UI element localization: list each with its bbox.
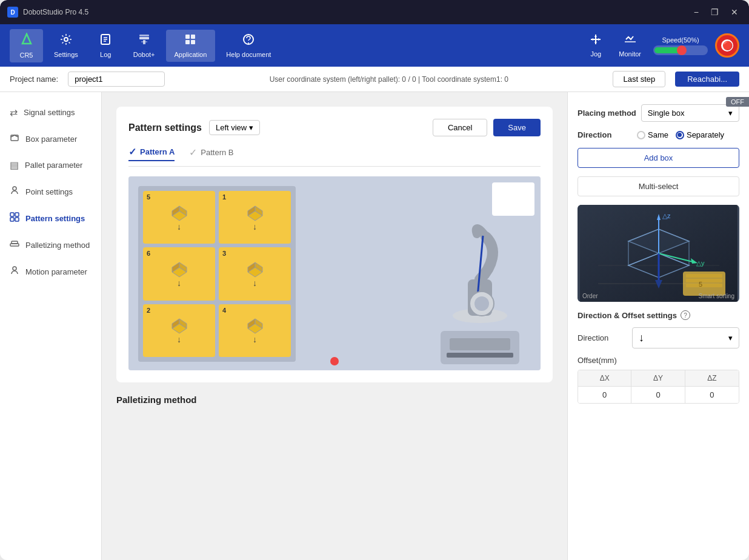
speed-toggle[interactable] — [677, 45, 687, 55]
preview-smart-label: Smart sorting — [699, 293, 734, 299]
toolbar-item-help[interactable]: Help document — [218, 30, 279, 62]
radio-same-dot — [637, 131, 645, 139]
3d-preview: △z △y 5 Order Smart sorting — [578, 205, 739, 302]
cancel-button[interactable]: Cancel — [433, 119, 487, 136]
pattern-settings-icon — [10, 212, 19, 224]
box-cell-1[interactable]: 1 ↓ — [219, 191, 291, 244]
toolbar-right: Jog Monitor Speed(50%) 🔴 — [585, 31, 739, 60]
tab-pattern-a[interactable]: ✓ Pattern A — [128, 146, 175, 161]
box-cell-6[interactable]: 6 ↓ — [143, 247, 215, 300]
offset-value-z[interactable]: 0 — [685, 386, 739, 403]
pattern-tabs: ✓ Pattern A ✓ Pattern B — [128, 146, 541, 167]
jog-button[interactable]: Jog — [585, 31, 607, 60]
main-layout: ⇄ Signal settings Box parameter ▤ Pallet… — [0, 92, 749, 560]
minimize-button[interactable]: − — [690, 6, 702, 18]
sidebar-item-box-parameter[interactable]: Box parameter — [0, 125, 101, 152]
box-3d-icon — [243, 260, 267, 278]
radio-separately-dot — [676, 131, 684, 139]
direction-sub-row: Direction ↓ ▾ — [578, 327, 739, 348]
sidebar-item-palletizing-method[interactable]: Palletizing method — [0, 232, 101, 258]
maximize-button[interactable]: ❐ — [707, 6, 722, 18]
toolbar-item-application[interactable]: Application — [166, 30, 216, 62]
offset-value-y[interactable]: 0 — [631, 386, 685, 403]
box-parameter-icon — [10, 133, 19, 145]
speed-slider[interactable] — [653, 45, 708, 55]
tab-pattern-b[interactable]: ✓ Pattern B — [189, 146, 233, 161]
toolbar-item-cr5[interactable]: CR5 — [10, 29, 43, 62]
cr5-icon — [20, 33, 33, 49]
signal-settings-icon: ⇄ — [10, 107, 18, 118]
box-3d-icon — [243, 204, 267, 222]
red-dot-indicator — [330, 357, 339, 365]
box-cell-2[interactable]: 2 ↓ — [143, 304, 215, 357]
sidebar-item-motion-parameter[interactable]: Motion parameter — [0, 258, 101, 285]
svg-rect-25 — [15, 218, 19, 221]
direction-radio-group: Same Separately — [637, 130, 724, 139]
speed-control: Speed(50%) — [653, 36, 708, 55]
project-status: User coordinate system (left/right palle… — [175, 75, 603, 84]
palletizing-method-title: Palletizing method — [116, 395, 197, 405]
direction-offset-title: Direction & Offset settings — [578, 311, 677, 320]
box-cell-4[interactable]: 4 ↓ — [219, 304, 291, 357]
direction-sub-label: Direction — [578, 333, 632, 342]
box-cell-3[interactable]: 3 ↓ — [219, 247, 291, 300]
svg-rect-68 — [686, 274, 722, 278]
close-button[interactable]: ✕ — [727, 6, 742, 18]
chevron-down-icon: ▾ — [249, 123, 253, 132]
sidebar-item-pallet-parameter[interactable]: ▤ Pallet parameter — [0, 152, 101, 178]
robot-emergency-button[interactable]: 🔴 — [715, 33, 739, 58]
reachabi-button[interactable]: Reachabi... — [675, 72, 739, 87]
pattern-panel: Pattern settings Left view ▾ Cancel Save… — [116, 107, 553, 382]
project-label: Project name: — [10, 75, 58, 84]
direction-label: Direction — [578, 130, 632, 139]
svg-marker-0 — [22, 34, 31, 44]
svg-rect-10 — [191, 35, 195, 39]
placing-method-label: Placing method — [578, 108, 636, 118]
sidebar-item-point-settings[interactable]: Point settings — [0, 178, 101, 205]
svg-rect-7 — [139, 35, 149, 36]
svg-rect-9 — [185, 35, 190, 39]
placing-method-row: Placing method Single box ▾ — [578, 104, 739, 122]
help-icon-direction[interactable]: ? — [681, 310, 690, 320]
dobot-plus-icon — [138, 33, 150, 48]
save-button[interactable]: Save — [493, 119, 541, 136]
view-selector[interactable]: Left view ▾ — [209, 120, 260, 135]
check-icon-b: ✓ — [189, 147, 197, 158]
sidebar-item-signal-settings[interactable]: ⇄ Signal settings — [0, 99, 101, 125]
add-box-button[interactable]: Add box — [578, 148, 739, 168]
chevron-down-icon: ▾ — [728, 333, 733, 342]
robot-preview — [419, 176, 541, 370]
svg-point-1 — [64, 38, 68, 41]
panel-header: Pattern settings Left view ▾ Cancel Save — [128, 119, 541, 136]
offset-value-x[interactable]: 0 — [578, 386, 631, 403]
toolbar-item-log[interactable]: Log — [89, 30, 122, 62]
last-step-button[interactable]: Last step — [613, 71, 665, 87]
placing-method-select[interactable]: Single box ▾ — [641, 104, 739, 122]
help-icon — [242, 33, 255, 48]
svg-rect-6 — [139, 37, 149, 39]
direction-sub-select[interactable]: ↓ ▾ — [632, 327, 739, 348]
sidebar-item-pattern-settings[interactable]: Pattern settings — [0, 205, 101, 232]
svg-rect-23 — [15, 213, 19, 216]
robot-arm-tip — [492, 182, 534, 216]
svg-text:△z: △z — [662, 212, 671, 219]
direction-separately-radio[interactable]: Separately — [676, 130, 724, 139]
palletizing-method-section: Palletizing method — [116, 395, 553, 405]
offset-header-z: ΔZ — [685, 370, 739, 386]
toolbar-item-dobot-plus[interactable]: Dobot+ — [125, 30, 164, 62]
toolbar-item-settings[interactable]: Settings — [45, 30, 87, 62]
right-panel: OFF Placing method Single box ▾ Directio… — [567, 92, 749, 560]
window-controls: − ❐ ✕ — [690, 6, 742, 18]
jog-icon — [590, 33, 602, 48]
monitor-button[interactable]: Monitor — [614, 31, 646, 60]
conveyor — [441, 331, 519, 364]
svg-rect-27 — [12, 241, 18, 244]
point-settings-icon — [10, 185, 19, 198]
direction-same-radio[interactable]: Same — [637, 130, 668, 139]
multi-select-button[interactable]: Multi-select — [578, 176, 739, 196]
direction-row: Direction Same Separately — [578, 130, 739, 139]
project-name-input[interactable] — [68, 72, 165, 87]
svg-rect-12 — [191, 40, 195, 44]
svg-text:△y: △y — [696, 259, 705, 267]
box-cell-5[interactable]: 5 ↓ — [143, 191, 215, 244]
